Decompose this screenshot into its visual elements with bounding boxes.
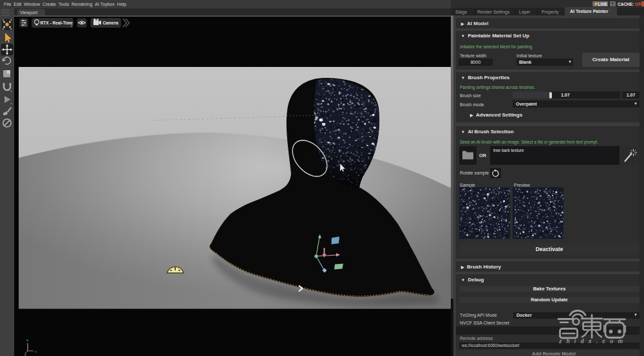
svg-text:zhidx.com: zhidx.com [558, 338, 627, 344]
